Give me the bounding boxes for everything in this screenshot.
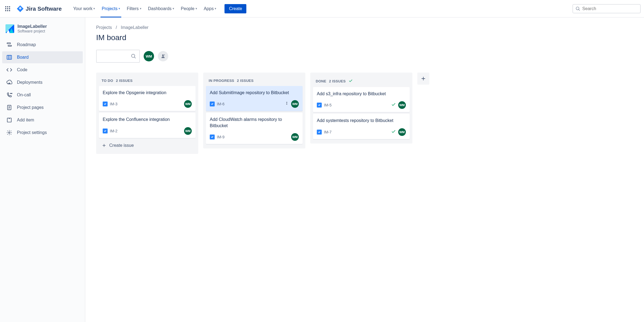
create-button[interactable]: Create <box>224 4 246 13</box>
column-header[interactable]: IN PROGRESS2 ISSUES <box>206 75 303 86</box>
task-type-icon <box>210 102 215 106</box>
task-type-icon <box>103 129 108 133</box>
sidebar: ImageLabeller Software project RoadmapBo… <box>0 17 85 322</box>
nav-item-dashboards[interactable]: Dashboards▾ <box>145 4 177 13</box>
page-title: IM board <box>96 33 633 42</box>
sidebar-item-on-call[interactable]: On-call <box>2 89 83 101</box>
global-search[interactable] <box>572 4 641 13</box>
project-pages-icon <box>6 104 13 111</box>
assignee-avatar[interactable]: WM <box>184 100 192 108</box>
sidebar-item-project-pages[interactable]: Project pages <box>2 102 83 114</box>
board-icon <box>6 54 13 61</box>
issue-card[interactable]: Add systemtests repository to Bitbucket … <box>313 114 410 139</box>
assignee-avatar[interactable]: WM <box>291 100 299 108</box>
assignee-avatar[interactable]: WM <box>398 101 406 109</box>
roadmap-icon <box>6 41 13 48</box>
sidebar-items: RoadmapBoardCodeDeploymentsOn-callProjec… <box>2 39 83 139</box>
issue-title: Add s3_infra repository to Bitbucket <box>317 91 406 97</box>
add-column-button[interactable] <box>417 73 429 85</box>
issue-card[interactable]: Add CloudWatch alarms repository to Bitb… <box>206 113 303 144</box>
task-type-icon <box>103 102 108 106</box>
add-people-button[interactable] <box>158 51 168 61</box>
code-icon <box>6 67 13 73</box>
create-issue-button[interactable]: Create issue <box>99 140 196 151</box>
board-search[interactable] <box>96 50 140 63</box>
chevron-down-icon: ▾ <box>173 7 174 10</box>
task-type-icon <box>210 135 215 139</box>
column-header[interactable]: TO DO2 ISSUES <box>99 75 196 86</box>
sidebar-item-code[interactable]: Code <box>2 64 83 76</box>
svg-rect-5 <box>9 8 10 9</box>
plus-icon <box>102 143 107 148</box>
issue-card[interactable]: Explore the Opsgenie integration IM-3 WM <box>99 86 196 111</box>
sidebar-item-project-settings[interactable]: Project settings <box>2 127 83 139</box>
chevron-down-icon: ▾ <box>196 7 197 10</box>
chevron-down-icon: ▾ <box>119 7 120 10</box>
svg-rect-0 <box>5 6 6 7</box>
issue-title: Add systemtests repository to Bitbucket <box>317 118 406 124</box>
board-controls: WM <box>96 50 633 63</box>
kanban-board: TO DO2 ISSUES Explore the Opsgenie integ… <box>96 73 633 154</box>
issue-key: IM-5 <box>324 103 332 107</box>
svg-rect-2 <box>9 6 10 7</box>
svg-rect-3 <box>5 8 6 9</box>
breadcrumb-projects[interactable]: Projects <box>96 25 112 30</box>
nav-item-your-work[interactable]: Your work▾ <box>70 4 98 13</box>
project-settings-icon <box>6 129 13 136</box>
nav-item-projects[interactable]: Projects▾ <box>99 4 123 13</box>
svg-rect-10 <box>8 45 11 46</box>
jira-logo[interactable]: Jira Software <box>14 5 64 13</box>
svg-rect-7 <box>7 10 8 11</box>
plus-icon <box>420 76 426 82</box>
priority-icon <box>285 101 289 107</box>
jira-logo-text: Jira Software <box>26 5 62 12</box>
issue-key: IM-9 <box>217 135 224 139</box>
svg-rect-4 <box>7 8 8 9</box>
project-name: ImageLabeller <box>17 24 47 29</box>
on-call-icon <box>6 92 13 98</box>
issue-key: IM-3 <box>110 102 117 106</box>
project-type: Software project <box>17 29 47 33</box>
top-navigation: Jira Software Your work▾Projects▾Filters… <box>0 0 644 17</box>
done-check-icon <box>391 129 396 135</box>
sidebar-item-deployments[interactable]: Deployments <box>2 76 83 88</box>
project-header[interactable]: ImageLabeller Software project <box>2 24 83 39</box>
nav-item-apps[interactable]: Apps▾ <box>201 4 219 13</box>
issue-card[interactable]: Explore the Confluence integration IM-2 … <box>99 113 196 138</box>
sidebar-item-board[interactable]: Board <box>2 51 83 63</box>
svg-point-14 <box>12 93 12 94</box>
project-avatar-icon <box>5 24 14 33</box>
nav-item-people[interactable]: People▾ <box>178 4 200 13</box>
deployments-icon <box>6 79 13 86</box>
svg-point-19 <box>286 102 287 103</box>
issue-card[interactable]: Add s3_infra repository to Bitbucket IM-… <box>313 87 410 112</box>
main-content: Projects / ImageLabeller IM board WM TO … <box>85 17 644 322</box>
issue-title: Add CloudWatch alarms repository to Bitb… <box>210 117 299 129</box>
global-search-input[interactable] <box>582 6 637 11</box>
search-icon <box>576 6 580 11</box>
user-avatar-filter[interactable]: WM <box>144 51 154 61</box>
column-to-do: TO DO2 ISSUES Explore the Opsgenie integ… <box>96 73 198 154</box>
column-done: DONE2 ISSUES Add s3_infra repository to … <box>310 73 412 144</box>
app-switcher-icon[interactable] <box>3 4 12 13</box>
chevron-down-icon: ▾ <box>93 7 95 10</box>
task-type-icon <box>317 103 322 108</box>
chevron-down-icon: ▾ <box>215 7 216 10</box>
assignee-avatar[interactable]: WM <box>184 127 192 135</box>
issue-card[interactable]: Add SubmitImage repository to Bitbucket … <box>206 86 303 111</box>
nav-item-filters[interactable]: Filters▾ <box>124 4 144 13</box>
column-header[interactable]: DONE2 ISSUES <box>313 75 410 87</box>
assignee-avatar[interactable]: WM <box>398 128 406 136</box>
check-icon <box>348 79 353 84</box>
assignee-avatar[interactable]: WM <box>291 133 299 141</box>
svg-rect-1 <box>7 6 8 7</box>
svg-rect-9 <box>7 43 11 44</box>
chevron-down-icon: ▾ <box>140 7 141 10</box>
issue-title: Explore the Opsgenie integration <box>103 90 192 96</box>
breadcrumb-project[interactable]: ImageLabeller <box>121 25 148 30</box>
issue-title: Explore the Confluence integration <box>103 117 192 123</box>
svg-point-12 <box>10 93 11 94</box>
sidebar-item-roadmap[interactable]: Roadmap <box>2 39 83 51</box>
sidebar-item-add-item[interactable]: Add item <box>2 114 83 126</box>
add-item-icon <box>6 117 13 123</box>
